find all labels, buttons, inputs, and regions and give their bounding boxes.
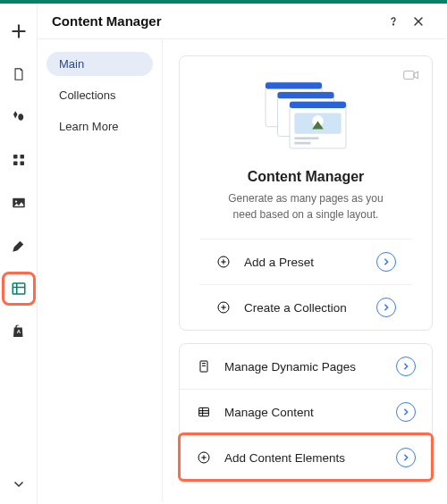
action-add-content-elements[interactable]: Add Content Elements: [180, 434, 432, 480]
media-icon[interactable]: [7, 191, 30, 214]
chevron-right-icon: [396, 357, 416, 376]
plus-circle-icon: [215, 299, 232, 315]
sub-nav-main[interactable]: Main: [46, 52, 153, 76]
sub-nav: Main Collections Learn More: [38, 39, 163, 502]
action-label: Manage Dynamic Pages: [224, 360, 396, 374]
svg-rect-3: [20, 155, 24, 159]
more-icon[interactable]: [7, 472, 30, 495]
add-icon[interactable]: [7, 20, 30, 43]
intro-title: Content Manager: [199, 169, 412, 185]
intro-subtitle: Generate as many pages as you need based…: [199, 190, 412, 239]
video-icon[interactable]: [403, 69, 419, 85]
svg-rect-26: [294, 142, 310, 145]
svg-point-7: [14, 200, 16, 202]
action-label: Manage Content: [224, 406, 396, 419]
help-icon[interactable]: [381, 9, 406, 34]
plus-circle-icon: [196, 449, 212, 466]
svg-rect-18: [266, 82, 322, 88]
svg-rect-33: [200, 361, 207, 372]
chevron-right-icon: [396, 448, 416, 467]
svg-point-13: [392, 23, 393, 24]
chevron-right-icon: [396, 402, 416, 422]
panel-header: Content Manager: [38, 4, 445, 39]
svg-rect-22: [290, 102, 346, 108]
page-icon[interactable]: [7, 63, 30, 86]
sub-nav-collections[interactable]: Collections: [46, 83, 153, 107]
page-icon: [196, 358, 212, 374]
chevron-right-icon: [376, 252, 396, 272]
plus-circle-icon: [215, 254, 232, 270]
action-add-preset[interactable]: Add a Preset: [199, 239, 412, 284]
svg-rect-16: [404, 71, 414, 80]
store-icon[interactable]: A: [7, 320, 30, 343]
svg-rect-20: [278, 92, 334, 98]
content-area: Content Manager Generate as many pages a…: [163, 39, 445, 502]
pen-icon[interactable]: [7, 234, 30, 257]
action-create-collection[interactable]: Create a Collection: [199, 284, 412, 330]
content-manager-icon[interactable]: [7, 277, 30, 300]
action-label: Create a Collection: [244, 301, 376, 315]
svg-rect-8: [13, 283, 25, 294]
panel-body: Main Collections Learn More: [38, 39, 445, 502]
left-rail: A: [0, 4, 38, 504]
svg-rect-2: [13, 155, 18, 159]
svg-rect-36: [199, 407, 209, 416]
apps-icon[interactable]: [7, 148, 30, 172]
illustration: [199, 76, 412, 156]
svg-rect-5: [20, 162, 24, 166]
action-manage-dynamic-pages[interactable]: Manage Dynamic Pages: [180, 344, 432, 389]
table-icon: [196, 404, 212, 420]
svg-rect-25: [294, 137, 318, 139]
sub-nav-learn-more[interactable]: Learn More: [46, 114, 153, 139]
svg-text:A: A: [16, 329, 21, 334]
action-label: Add a Preset: [244, 256, 376, 269]
svg-rect-4: [13, 162, 18, 166]
action-label: Add Content Elements: [224, 451, 396, 465]
chevron-right-icon: [376, 298, 396, 317]
design-icon[interactable]: [7, 105, 30, 129]
intro-card: Content Manager Generate as many pages a…: [179, 55, 433, 331]
content-manager-panel: Content Manager Main Collections Learn M…: [38, 4, 445, 502]
close-icon[interactable]: [406, 9, 431, 34]
panel-title: Content Manager: [52, 13, 162, 29]
manage-card: Manage Dynamic Pages Manage Content: [179, 343, 433, 481]
action-manage-content[interactable]: Manage Content: [180, 389, 432, 434]
